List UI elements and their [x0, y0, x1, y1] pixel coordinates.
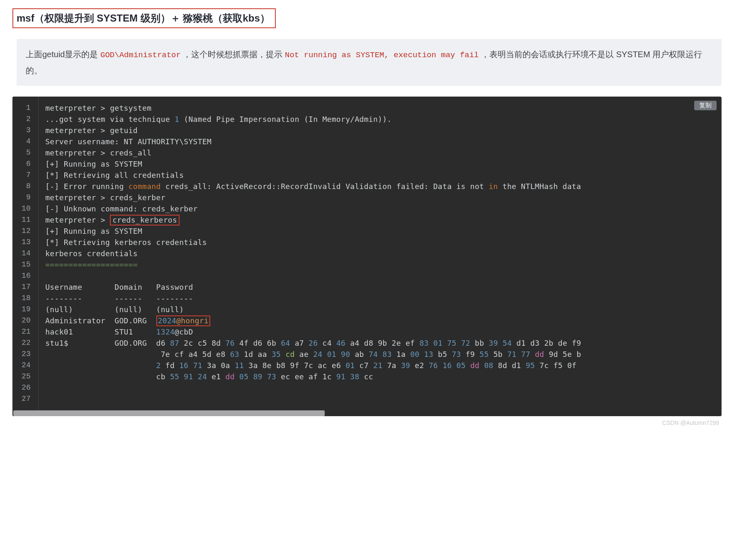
footer-credit: CSDN @Autumn7299 — [12, 416, 722, 429]
code-content: meterpreter > getsystem ...got system vi… — [39, 97, 722, 410]
code-block: 复制 1234567891011121314151617181920212223… — [12, 97, 722, 416]
horizontal-scrollbar[interactable] — [12, 410, 722, 416]
section-title: msf（权限提升到 SYSTEM 级别）＋ 猕猴桃（获取kbs） — [12, 8, 276, 28]
line-gutter: 1234567891011121314151617181920212223242… — [12, 97, 39, 410]
callout-text: ，这个时候想抓票据，提示 — [181, 50, 285, 59]
code-area[interactable]: 1234567891011121314151617181920212223242… — [12, 97, 722, 410]
callout-block: 上面getuid显示的是 GOD\Administrator ，这个时候想抓票据… — [17, 39, 722, 86]
copy-button[interactable]: 复制 — [694, 101, 717, 110]
callout-code1: GOD\Administrator — [100, 51, 181, 60]
callout-text: 上面getuid显示的是 — [26, 50, 100, 59]
callout-code2: Not running as SYSTEM, execution may fai… — [285, 51, 479, 60]
